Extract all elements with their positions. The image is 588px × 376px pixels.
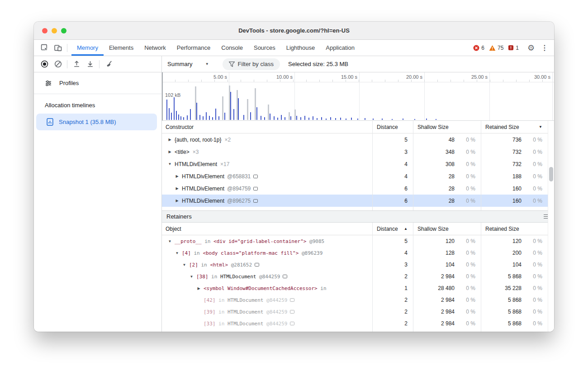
tab-console[interactable]: Console	[216, 40, 248, 56]
profile-view-select[interactable]: Summary ▼	[167, 61, 209, 67]
expand-icon[interactable]: ▶	[195, 286, 202, 290]
reveal-node-icon[interactable]	[253, 187, 258, 190]
kebab-menu-icon[interactable]: ⋮	[540, 41, 550, 55]
expand-icon[interactable]: ▶	[174, 199, 180, 203]
expand-icon[interactable]: ▶	[174, 174, 180, 178]
reveal-node-icon[interactable]	[290, 298, 294, 302]
instance-count: ×17	[220, 161, 229, 167]
error-count: 6	[481, 45, 484, 51]
tab-elements[interactable]: Elements	[104, 40, 139, 56]
column-header-object[interactable]: Object	[162, 223, 372, 235]
constructor-rows: ▶{auth, root, root-1p}×25480 %7360 %▶<ti…	[162, 133, 548, 210]
constructor-row[interactable]: ▶HTMLDivElement	[162, 207, 548, 210]
size-percent: 0 %	[455, 173, 475, 180]
object-segment: in	[216, 297, 228, 303]
retainer-row[interactable]: ▼[2] in <html> @28165231040 %1040 %	[162, 259, 548, 271]
shallow-size-cell: 280 %	[413, 182, 481, 195]
device-toolbar-icon[interactable]	[51, 41, 65, 55]
reveal-node-icon[interactable]	[290, 322, 294, 325]
column-header-distance[interactable]: Distance	[372, 121, 413, 133]
retainer-row[interactable]: ▼__proto__ in <div id="grid-label-contai…	[162, 235, 548, 247]
retainer-row[interactable]: [33] in HTMLDocument @84425922 9840 %5 8…	[162, 318, 548, 329]
reveal-node-icon[interactable]	[253, 175, 258, 178]
record-button[interactable]	[38, 57, 51, 71]
object-segment: HTMLDocument	[220, 274, 256, 280]
retainers-header-bar[interactable]: Retainers	[162, 210, 554, 223]
allocation-bar	[351, 118, 352, 120]
selection-grip[interactable]	[162, 72, 163, 120]
warnings-badge[interactable]: 75	[489, 45, 503, 51]
object-segment: @844259	[256, 274, 280, 280]
tab-sources[interactable]: Sources	[248, 40, 281, 56]
retained-size-cell: 1040 %	[481, 259, 548, 271]
load-profile-icon[interactable]	[70, 57, 83, 71]
tab-network[interactable]: Network	[139, 40, 171, 56]
reveal-node-icon[interactable]	[253, 199, 258, 203]
reveal-node-icon[interactable]	[290, 310, 294, 314]
tab-performance[interactable]: Performance	[171, 40, 216, 56]
settings-gear-icon[interactable]: ⚙	[524, 41, 538, 55]
titlebar: DevTools - store.google.com/?hl=en-US	[34, 22, 554, 40]
expand-icon[interactable]: ▶	[174, 186, 180, 190]
collapse-icon[interactable]: ▼	[166, 239, 173, 243]
constructor-row[interactable]: ▶HTMLDivElement@6588314280 %1880 %	[162, 170, 548, 182]
constructor-row[interactable]: ▶{auth, root, root-1p}×25480 %7360 %	[162, 133, 548, 146]
constructor-grid: Constructor Distance Shallow Size Retain…	[162, 121, 548, 210]
retainer-row[interactable]: ▼[4] in <body class="platform-mac fill">…	[162, 247, 548, 259]
collapse-icon[interactable]: ▼	[174, 251, 180, 255]
column-header-distance[interactable]: Distance▲	[372, 223, 413, 235]
close-window-button[interactable]	[42, 28, 47, 33]
collapse-icon[interactable]: ▼	[188, 275, 195, 279]
size-value: 28	[413, 198, 455, 204]
clear-profiles-button[interactable]	[51, 57, 65, 71]
errors-badge[interactable]: 6	[473, 45, 484, 51]
save-profile-icon[interactable]	[83, 57, 97, 71]
retained-size-cell: 2000 %	[481, 247, 548, 259]
object-cell: ▼[4] in <body class="platform-mac fill">…	[162, 247, 372, 259]
size-value: 28	[413, 186, 455, 192]
tab-application[interactable]: Application	[320, 40, 360, 56]
sidebar-item-snapshot-1[interactable]: Snapshot 1 (35.8 MB)	[36, 114, 157, 130]
tab-lighthouse[interactable]: Lighthouse	[281, 40, 321, 56]
allocation-bar-total	[222, 96, 223, 120]
issues-badge[interactable]: 1	[508, 45, 519, 51]
constructor-row[interactable]: ▶<title>×333480 %7320 %	[162, 146, 548, 158]
constructor-row[interactable]: ▼HTMLDivElement×1743080 %7320 %	[162, 158, 548, 170]
retainer-row[interactable]: [39] in HTMLDocument @84425922 9840 %5 8…	[162, 306, 548, 318]
allocation-bar	[308, 118, 309, 120]
clean-broom-icon[interactable]	[102, 57, 115, 71]
constructor-row[interactable]: ▶HTMLDivElement@8962756280 %1600 %	[162, 195, 548, 207]
node-name: HTMLDivElement	[182, 198, 224, 204]
reveal-node-icon[interactable]	[255, 263, 259, 267]
column-header-constructor[interactable]: Constructor	[162, 121, 372, 133]
retainer-row[interactable]: [42] in HTMLDocument @84425922 9840 %5 8…	[162, 294, 548, 306]
constructor-row[interactable]: ▶HTMLDivElement@8947596280 %1600 %	[162, 182, 548, 195]
expand-icon[interactable]: ▶	[166, 138, 173, 142]
scrollbar-thumb[interactable]	[549, 167, 553, 181]
tab-memory[interactable]: Memory	[71, 40, 104, 56]
size-percent: 0 %	[522, 309, 542, 315]
memory-toolbar: Summary ▼ Filter by class Selected size:…	[34, 56, 554, 72]
size-value: 120	[481, 238, 522, 244]
size-percent: 0 %	[522, 173, 542, 180]
expand-icon[interactable]: ▶	[166, 150, 173, 154]
inspect-element-icon[interactable]	[38, 41, 51, 55]
zoom-window-button[interactable]	[61, 28, 66, 33]
vertical-scrollbar[interactable]	[548, 121, 554, 332]
retainer-row[interactable]: ▼[38] in HTMLDocument @84425922 9840 %5 …	[162, 271, 548, 282]
column-header-shallow-size[interactable]: Shallow Size	[413, 121, 481, 133]
column-header-retained-size[interactable]: Retained Size	[481, 223, 548, 235]
object-segment: [42]	[204, 297, 216, 303]
allocation-timeline-chart[interactable]: 102 kB 5.00 s10.00 s15.00 s20.00 s25.00 …	[162, 72, 554, 121]
profiles-header[interactable]: Profiles	[34, 72, 161, 94]
collapse-icon[interactable]: ▼	[181, 263, 188, 267]
column-header-retained-size[interactable]: Retained Size▼	[481, 121, 548, 133]
collapse-icon[interactable]: ▼	[166, 162, 173, 166]
column-header-shallow-size[interactable]: Shallow Size	[413, 223, 481, 235]
retained-size-cell: 5 8680 %	[481, 294, 548, 306]
shallow-size-cell: 3480 %	[413, 146, 481, 158]
minimize-window-button[interactable]	[52, 28, 57, 33]
filter-by-class-input[interactable]: Filter by class	[223, 58, 280, 70]
retainer-row[interactable]: ▶<symbol Window#DocumentCachedAccessor> …	[162, 282, 548, 294]
reveal-node-icon[interactable]	[283, 275, 287, 278]
